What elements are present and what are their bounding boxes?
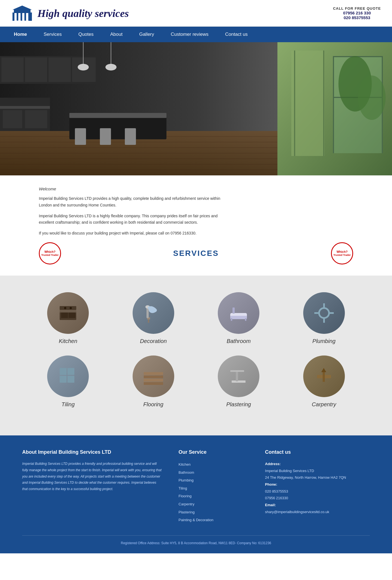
decoration-icon: [133, 292, 174, 334]
svg-rect-23: [25, 57, 47, 82]
footer-about: About Imperial Building Services LTD Imp…: [22, 449, 162, 524]
footer-about-heading: About Imperial Building Services LTD: [22, 449, 162, 455]
flooring-icon: [133, 355, 174, 397]
svg-rect-63: [323, 303, 325, 309]
list-item: Plastering: [179, 508, 249, 516]
list-item: Carpentry: [179, 500, 249, 508]
svg-rect-73: [144, 379, 163, 382]
svg-rect-5: [22, 13, 24, 21]
svg-rect-3: [14, 13, 17, 21]
header-title: High quality services: [37, 7, 129, 19]
svg-point-32: [78, 64, 89, 70]
phone-label: Phone:: [265, 482, 277, 486]
footer-email: shary@imperialbuildingservicesltd.co.uk: [265, 510, 329, 514]
services-row-2: Tiling Flooring Plastering: [30, 355, 363, 408]
service-flooring-label: Flooring: [143, 401, 163, 408]
nav-quotes[interactable]: Quotes: [70, 27, 102, 42]
footer-phone2: 07956 216330: [265, 496, 288, 500]
svg-rect-75: [232, 380, 246, 383]
svg-point-62: [319, 308, 329, 318]
service-plumbing[interactable]: Plumbing: [285, 292, 363, 344]
footer-registered: Registered Office Address: Suite HY5, 8 …: [22, 535, 370, 545]
svg-rect-38: [323, 51, 324, 156]
welcome-text-2: Imperial Building Services LTD is a high…: [39, 213, 233, 226]
list-item: Bathroom: [179, 469, 249, 477]
phone-number-2: 020 85375553: [333, 15, 381, 20]
nav-services[interactable]: Services: [35, 27, 70, 42]
footer-about-text: Imperial Building Services LTD provides …: [22, 461, 162, 492]
footer-services-heading: Our Service: [179, 449, 249, 455]
footer-contact: Contact us Address: Imperial Building Se…: [265, 449, 370, 524]
carpentry-icon: [303, 355, 345, 397]
svg-rect-28: [75, 128, 86, 145]
svg-rect-72: [144, 375, 163, 378]
svg-point-34: [105, 64, 117, 70]
svg-rect-47: [60, 310, 76, 312]
call-area: CALL FOR FREE QUOTE 07956 216 330 020 85…: [333, 6, 381, 20]
footer-services-list: Kitchen Bathroom Plumbing Tiling Floorin…: [179, 461, 249, 524]
nav-gallery[interactable]: Gallery: [131, 27, 163, 42]
svg-rect-48: [61, 312, 68, 318]
plastering-icon: [218, 355, 259, 397]
svg-rect-61: [232, 307, 235, 314]
svg-rect-30: [125, 128, 136, 145]
footer-phone1: 020 85375553: [265, 489, 288, 493]
phone-number-1: 07956 216 330: [333, 11, 381, 15]
footer-contact-heading: Contact us: [265, 449, 370, 455]
service-decoration-label: Decoration: [140, 338, 167, 344]
svg-rect-4: [18, 13, 21, 21]
svg-rect-64: [323, 317, 325, 323]
service-tiling[interactable]: Tiling: [30, 355, 107, 408]
service-bathroom-label: Bathroom: [227, 338, 251, 344]
svg-marker-80: [321, 368, 326, 372]
nav-customer-reviews[interactable]: Customer reviews: [163, 27, 217, 42]
svg-rect-22: [1, 57, 24, 82]
footer-services: Our Service Kitchen Bathroom Plumbing Ti…: [179, 449, 249, 524]
tiling-icon: [47, 355, 89, 397]
svg-rect-76: [236, 371, 238, 381]
svg-rect-68: [67, 368, 74, 375]
service-plastering[interactable]: Plastering: [200, 355, 277, 408]
list-item: Painting & Decoration: [179, 516, 249, 524]
call-label: CALL FOR FREE QUOTE: [333, 6, 381, 11]
svg-rect-69: [60, 376, 67, 383]
svg-text:IMPERIAL BUILDING: IMPERIAL BUILDING: [16, 20, 29, 22]
service-tiling-label: Tiling: [61, 401, 75, 408]
address-value: Imperial Building Services LTD24 The Rid…: [265, 469, 346, 480]
svg-rect-37: [294, 51, 295, 156]
welcome-text-3: If you would like to discuss your buildi…: [39, 230, 233, 237]
svg-rect-6: [26, 13, 28, 21]
svg-rect-27: [69, 113, 166, 118]
svg-rect-65: [314, 312, 320, 314]
welcome-text-1: Imperial Building Services LTD provides …: [39, 195, 233, 209]
list-item: Flooring: [179, 492, 249, 500]
svg-rect-58: [230, 316, 247, 319]
list-item: Kitchen: [179, 461, 249, 469]
service-kitchen[interactable]: Kitchen: [30, 292, 107, 344]
logo-icon: IMPERIAL BUILDING: [11, 4, 33, 22]
svg-rect-1: [14, 10, 31, 13]
nav-home[interactable]: Home: [6, 27, 35, 42]
kitchen-icon: [47, 292, 89, 334]
footer-contact-block: Address: Imperial Building Services LTD2…: [265, 461, 370, 516]
svg-rect-20: [25, 110, 47, 128]
svg-rect-67: [60, 368, 67, 375]
nav-contact-us[interactable]: Contact us: [217, 27, 256, 42]
welcome-label: Welcome: [39, 186, 353, 191]
service-flooring[interactable]: Flooring: [115, 355, 192, 408]
svg-rect-40: [333, 56, 334, 153]
svg-rect-49: [69, 312, 75, 318]
address-label: Address:: [265, 462, 280, 466]
main-nav: Home Services Quotes About Gallery Custo…: [0, 27, 392, 42]
svg-rect-29: [100, 128, 111, 145]
svg-rect-74: [144, 382, 163, 385]
service-carpentry[interactable]: Carpentry: [285, 355, 363, 408]
svg-marker-2: [12, 6, 32, 10]
service-carpentry-label: Carpentry: [312, 401, 336, 408]
nav-about[interactable]: About: [102, 27, 131, 42]
svg-rect-60: [245, 318, 246, 321]
service-decoration[interactable]: Decoration: [115, 292, 192, 344]
svg-rect-66: [328, 312, 334, 314]
plumbing-icon: [303, 292, 345, 334]
service-bathroom[interactable]: Bathroom: [200, 292, 277, 344]
